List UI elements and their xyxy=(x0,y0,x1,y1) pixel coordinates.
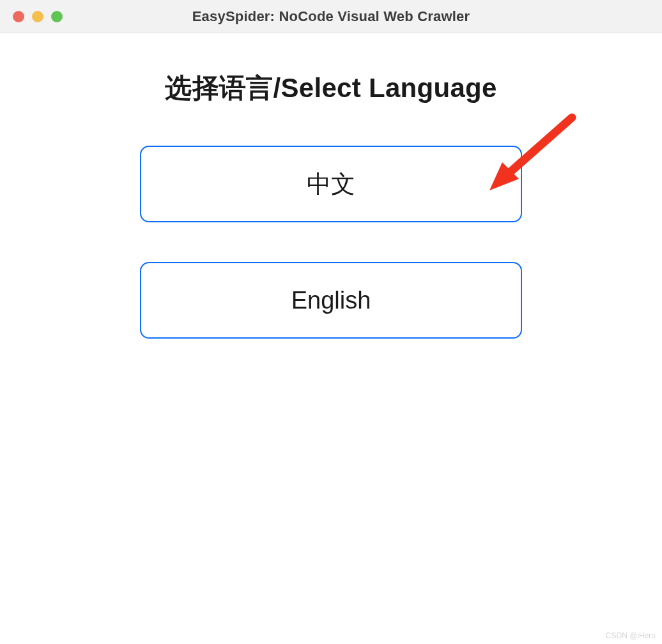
language-chinese-button[interactable]: 中文 xyxy=(140,146,522,222)
language-english-button[interactable]: English xyxy=(140,262,522,339)
language-english-label: English xyxy=(291,287,371,314)
content-area: 选择语言/Select Language 中文 English xyxy=(0,33,662,378)
traffic-lights xyxy=(13,11,63,22)
language-chinese-label: 中文 xyxy=(307,168,355,201)
window-title: EasySpider: NoCode Visual Web Crawler xyxy=(0,8,662,25)
close-window-button[interactable] xyxy=(13,11,24,22)
page-title: 选择语言/Select Language xyxy=(165,70,497,106)
titlebar: EasySpider: NoCode Visual Web Crawler xyxy=(0,0,662,33)
minimize-window-button[interactable] xyxy=(32,11,43,22)
watermark: CSDN @iHero xyxy=(606,631,656,640)
maximize-window-button[interactable] xyxy=(51,11,63,22)
